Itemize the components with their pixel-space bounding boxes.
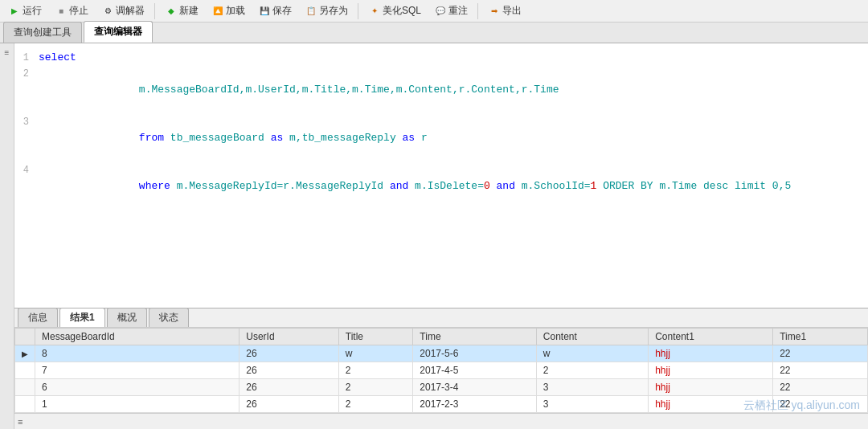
save-button[interactable]: 💾 保存 <box>253 2 297 19</box>
code-content-2: m.MessageBoardId,m.UserId,m.Title,m.Time… <box>39 66 868 114</box>
cell-userid: 26 <box>240 345 339 362</box>
run-icon: ▶ <box>8 5 21 18</box>
cell-time: 2017-3-4 <box>413 379 537 396</box>
table-row[interactable]: 7 26 2 2017-4-5 2 hhjj 22 <box>15 362 868 379</box>
separator-2 <box>358 3 358 19</box>
export-icon: ➡ <box>488 5 501 18</box>
code-line-3: 3 from tb_messageBoard as m,tb_messageRe… <box>14 114 868 162</box>
status-icon: ≡ <box>18 417 23 427</box>
cell-messageboardid: 1 <box>35 396 240 413</box>
code-content-1: select <box>39 50 868 66</box>
comment-button[interactable]: 💬 重注 <box>429 2 473 19</box>
bottom-tab-bar: 信息 结果1 概况 状态 <box>14 308 868 328</box>
row-indicator: ▶ <box>15 345 35 362</box>
debug-icon: ⚙ <box>101 5 114 18</box>
stop-button[interactable]: ■ 停止 <box>50 2 93 19</box>
col-content: Content <box>536 329 648 345</box>
col-messageboardid: MessageBoardId <box>35 329 240 345</box>
cell-time: 2017-5-6 <box>413 345 537 362</box>
tab-overview[interactable]: 概况 <box>107 308 147 327</box>
code-content-3: from tb_messageBoard as m,tb_messageRepl… <box>39 114 868 162</box>
line-num-2: 2 <box>14 66 39 82</box>
tab-info[interactable]: 信息 <box>18 308 58 327</box>
code-line-2: 2 m.MessageBoardId,m.UserId,m.Title,m.Ti… <box>14 66 868 114</box>
cell-time: 2017-4-5 <box>413 362 537 379</box>
cell-title: 2 <box>338 379 413 396</box>
run-button[interactable]: ▶ 运行 <box>3 2 47 19</box>
col-title: Title <box>338 329 413 345</box>
editor-area[interactable]: 1 select 2 m.MessageBoardId,m.UserId,m.T… <box>14 43 868 308</box>
new-icon: ◆ <box>165 5 178 18</box>
bottom-section: 信息 结果1 概况 状态 MessageBoardId UserId Title… <box>14 308 868 413</box>
tab-status[interactable]: 状态 <box>149 308 189 327</box>
cell-content: w <box>536 345 648 362</box>
separator-1 <box>154 3 155 19</box>
load-button[interactable]: 🔼 加载 <box>207 2 250 19</box>
beautify-icon: ✦ <box>368 5 381 18</box>
new-button[interactable]: ◆ 新建 <box>160 2 203 19</box>
cell-content1: hhjj <box>649 362 773 379</box>
cell-title: 2 <box>338 362 413 379</box>
code-content-4: where m.MessageReplyId=r.MessageReplyId … <box>39 162 868 210</box>
col-time1: Time1 <box>773 329 868 345</box>
code-block: 1 select 2 m.MessageBoardId,m.UserId,m.T… <box>14 43 868 217</box>
cell-time1: 22 <box>773 379 868 396</box>
cell-messageboardid: 6 <box>35 379 240 396</box>
main-area: ≡ 1 select 2 m.MessageBoardId,m.UserId,m… <box>0 43 868 429</box>
cell-content1: hhjj <box>649 379 773 396</box>
line-num-3: 3 <box>14 114 39 130</box>
cell-time1: 22 <box>773 396 868 413</box>
cell-userid: 26 <box>240 379 339 396</box>
cell-time: 2017-2-3 <box>413 396 537 413</box>
tab-query-editor[interactable]: 查询编辑器 <box>84 21 153 43</box>
tab-query-builder[interactable]: 查询创建工具 <box>3 22 82 43</box>
results-table: MessageBoardId UserId Title Time Content… <box>14 328 868 413</box>
cell-title: 2 <box>338 396 413 413</box>
col-indicator <box>15 329 35 345</box>
cell-content: 2 <box>536 362 648 379</box>
cell-userid: 26 <box>240 362 339 379</box>
beautify-button[interactable]: ✦ 美化SQL <box>363 2 426 19</box>
saveas-button[interactable]: 📋 另存为 <box>300 2 353 19</box>
cell-userid: 26 <box>240 396 339 413</box>
debug-button[interactable]: ⚙ 调解器 <box>96 2 149 19</box>
cell-title: w <box>338 345 413 362</box>
cell-messageboardid: 8 <box>35 345 240 362</box>
row-indicator <box>15 379 35 396</box>
left-gutter: ≡ <box>0 43 14 429</box>
line-num-1: 1 <box>14 50 39 66</box>
export-button[interactable]: ➡ 导出 <box>483 2 526 19</box>
tab-bar: 查询创建工具 查询编辑器 <box>0 22 868 43</box>
load-icon: 🔼 <box>211 5 224 18</box>
table-row[interactable]: ▶ 8 26 w 2017-5-6 w hhjj 22 <box>15 345 868 362</box>
separator-3 <box>477 3 478 19</box>
cell-time1: 22 <box>773 362 868 379</box>
save-icon: 💾 <box>258 5 271 18</box>
status-bar: ≡ <box>14 413 868 429</box>
cell-messageboardid: 7 <box>35 362 240 379</box>
line-num-4: 4 <box>14 162 39 178</box>
gutter-marker: ≡ <box>5 48 10 57</box>
tab-result1[interactable]: 结果1 <box>59 308 105 327</box>
toolbar: ▶ 运行 ■ 停止 ⚙ 调解器 ◆ 新建 🔼 加载 💾 保存 📋 另存为 ✦ 美… <box>0 0 868 22</box>
col-content1: Content1 <box>649 329 773 345</box>
comment-icon: 💬 <box>434 5 447 18</box>
cell-content1: hhjj <box>649 345 773 362</box>
cell-content: 3 <box>536 396 648 413</box>
table-header-row: MessageBoardId UserId Title Time Content… <box>15 329 868 345</box>
col-userid: UserId <box>240 329 339 345</box>
col-time: Time <box>413 329 537 345</box>
editor-container: 1 select 2 m.MessageBoardId,m.UserId,m.T… <box>14 43 868 429</box>
results-table-container: MessageBoardId UserId Title Time Content… <box>14 328 868 413</box>
table-row[interactable]: 6 26 2 2017-3-4 3 hhjj 22 <box>15 379 868 396</box>
cell-content1: hhjj <box>649 396 773 413</box>
saveas-icon: 📋 <box>305 5 317 18</box>
row-indicator <box>15 396 35 413</box>
table-row[interactable]: 1 26 2 2017-2-3 3 hhjj 22 <box>15 396 868 413</box>
cell-time1: 22 <box>773 345 868 362</box>
code-line-1: 1 select <box>14 50 868 66</box>
code-line-4: 4 where m.MessageReplyId=r.MessageReplyI… <box>14 162 868 210</box>
stop-icon: ■ <box>55 5 68 18</box>
row-indicator <box>15 362 35 379</box>
cell-content: 3 <box>536 379 648 396</box>
